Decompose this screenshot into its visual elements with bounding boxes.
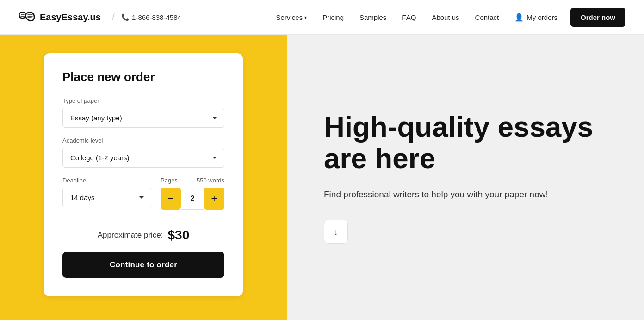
pages-label-row: Pages 550 words bbox=[161, 177, 224, 184]
academic-level-select[interactable]: College (1-2 years) bbox=[62, 148, 224, 168]
academic-level-group: Academic level College (1-2 years) bbox=[62, 137, 224, 168]
nav-samples[interactable]: Samples bbox=[353, 10, 393, 25]
deadline-select[interactable]: 14 days bbox=[62, 188, 151, 207]
decrement-button[interactable]: − bbox=[161, 188, 181, 210]
my-orders-button[interactable]: 👤 My orders bbox=[508, 9, 564, 25]
right-panel: High-quality essays are here Find profes… bbox=[287, 35, 644, 320]
continue-to-order-button[interactable]: Continue to order bbox=[62, 252, 224, 278]
phone-area[interactable]: 📞 1-866-838-4584 bbox=[121, 13, 181, 21]
academic-level-label: Academic level bbox=[62, 137, 224, 144]
main-content: Place new order Type of paper Essay (any… bbox=[0, 35, 644, 320]
pages-count: 2 bbox=[181, 188, 204, 210]
nav-services[interactable]: Services ▾ bbox=[270, 10, 314, 25]
arrow-down-icon: ↓ bbox=[334, 226, 338, 237]
type-of-paper-label: Type of paper bbox=[62, 97, 224, 104]
user-icon: 👤 bbox=[514, 13, 524, 22]
increment-button[interactable]: + bbox=[204, 188, 224, 210]
nav-faq[interactable]: FAQ bbox=[396, 10, 422, 25]
logo-icon bbox=[19, 11, 35, 24]
logo-text: EasyEssay.us bbox=[40, 12, 101, 23]
scroll-down-button[interactable]: ↓ bbox=[324, 220, 348, 244]
chevron-down-icon: ▾ bbox=[304, 15, 307, 20]
logo[interactable]: EasyEssay.us bbox=[19, 11, 101, 24]
header: EasyEssay.us / 📞 1-866-838-4584 Services… bbox=[0, 0, 644, 35]
price-row: Approximate price: $30 bbox=[62, 228, 224, 243]
type-of-paper-select[interactable]: Essay (any type) bbox=[62, 108, 224, 128]
hero-subtitle: Find professional writers to help you wi… bbox=[324, 188, 607, 201]
left-panel: Place new order Type of paper Essay (any… bbox=[0, 35, 287, 320]
deadline-pages-row: Deadline 14 days Pages 550 words − 2 + bbox=[62, 177, 224, 217]
phone-number: 1-866-838-4584 bbox=[132, 13, 181, 21]
pages-label: Pages bbox=[161, 177, 178, 184]
pages-counter: − 2 + bbox=[161, 188, 224, 210]
header-divider: / bbox=[112, 11, 115, 23]
main-nav: Services ▾ Pricing Samples FAQ About us … bbox=[270, 8, 625, 27]
hero-title: High-quality essays are here bbox=[324, 111, 607, 174]
pages-group: Pages 550 words − 2 + bbox=[161, 177, 224, 210]
type-of-paper-group: Type of paper Essay (any type) bbox=[62, 97, 224, 128]
order-card: Place new order Type of paper Essay (any… bbox=[44, 53, 243, 296]
deadline-label: Deadline bbox=[62, 177, 151, 184]
price-value: $30 bbox=[168, 228, 190, 243]
order-form-title: Place new order bbox=[62, 70, 224, 84]
nav-pricing[interactable]: Pricing bbox=[316, 10, 350, 25]
nav-about[interactable]: About us bbox=[425, 10, 465, 25]
nav-contact[interactable]: Contact bbox=[469, 10, 506, 25]
deadline-group: Deadline 14 days bbox=[62, 177, 151, 207]
order-now-button[interactable]: Order now bbox=[570, 8, 625, 27]
words-label: 550 words bbox=[197, 177, 224, 184]
phone-icon: 📞 bbox=[121, 13, 129, 21]
approximate-label: Approximate price: bbox=[98, 231, 163, 240]
